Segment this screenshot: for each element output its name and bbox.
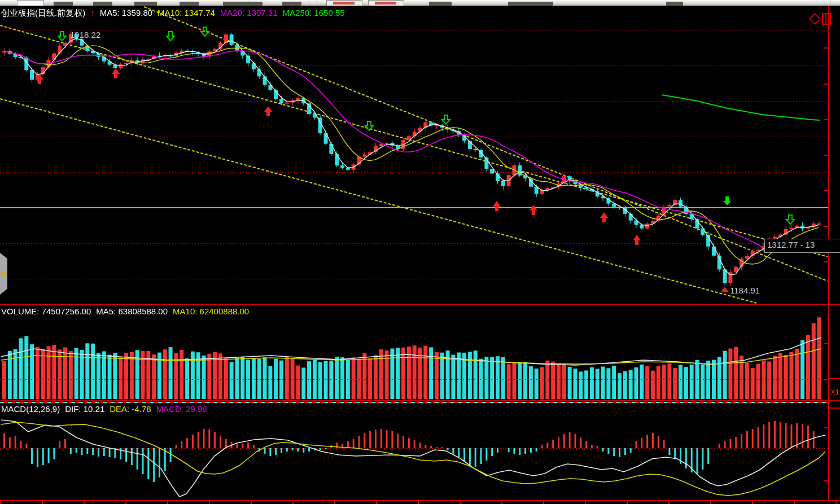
dea-value: DEA: -4.78 — [110, 404, 151, 414]
high-price-label: 1918.22 — [70, 30, 100, 40]
ma20-value: MA20: 1307.31 — [220, 8, 278, 17]
ma5-value: MA5: 1359.80 — [100, 8, 152, 17]
menu-item-stub[interactable] — [508, 2, 553, 6]
volume-ma5-value: MA5: 63808588.00 — [96, 306, 168, 316]
low-price-label: 1184.91 — [730, 286, 760, 295]
volume-header: VOLUME: 74507256.00MA5: 63808588.00MA10:… — [1, 306, 254, 316]
menu-item-stub[interactable] — [54, 2, 73, 6]
macd-name: MACD(12,26,9) — [1, 404, 60, 414]
main-chart-header: 创业板指(日线.前复权)↑MA5: 1359.80MA10: 1347.74MA… — [1, 8, 350, 19]
price-range-tooltip: 1312.77 - 13 — [764, 239, 840, 253]
menu-item-stub[interactable] — [93, 2, 112, 6]
menu-item-stub[interactable] — [180, 2, 199, 6]
menu-item-stub[interactable] — [134, 2, 157, 6]
quote-value-stub — [375, 2, 396, 5]
chart-canvas[interactable] — [0, 6, 840, 504]
menu-item-stub[interactable] — [282, 2, 301, 6]
ma250-value: MA250: 1650.55 — [283, 8, 345, 17]
up-arrow-icon: ↑ — [90, 8, 95, 17]
quote-value-stub — [333, 2, 355, 5]
macd-header: MACD(12,26,9)DIF: 10.21DEA: -4.78MACD: 2… — [1, 404, 212, 414]
expand-arrow-icon — [1, 270, 6, 278]
menu-item-stub[interactable] — [429, 2, 452, 6]
dif-value: DIF: 10.21 — [65, 404, 104, 414]
volume-value: VOLUME: 74507256.00 — [1, 306, 91, 316]
volume-ma10-value: MA10: 62400888.00 — [173, 306, 249, 316]
sidebar-flyout-handle[interactable] — [0, 253, 7, 295]
instrument-title: 创业板指(日线.前复权) — [1, 8, 85, 17]
app-window: 创业板指(日线.前复权)↑MA5: 1359.80MA10: 1347.74MA… — [0, 0, 840, 504]
menu-item-stub[interactable] — [223, 2, 262, 6]
split-panel-icon[interactable] — [822, 13, 831, 25]
macd-value: MACD: 29.98 — [156, 404, 207, 414]
ma10-value: MA10: 1347.74 — [158, 8, 215, 17]
volume-scale-label: X1 — [830, 388, 839, 396]
menu-item-stub[interactable] — [666, 2, 683, 6]
